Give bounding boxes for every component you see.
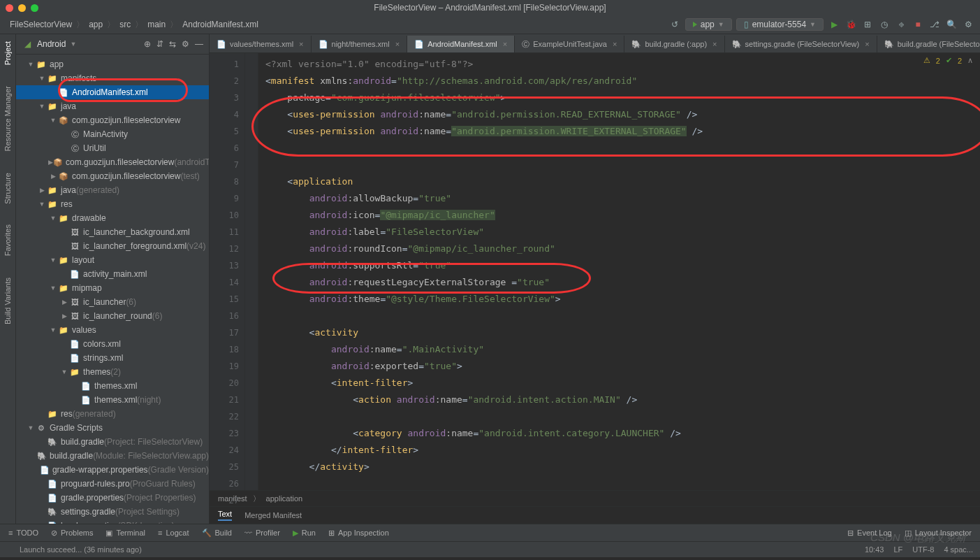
inspection-widget[interactable]: ⚠2 ✔2 ∧ — [923, 56, 973, 65]
tree-item[interactable]: 🐘settings.gradle (Project Settings) — [16, 505, 209, 519]
tree-item[interactable]: 📄strings.xml — [16, 351, 209, 365]
tree-item[interactable]: 📁java — [16, 99, 209, 113]
structure-tool-tab[interactable]: Structure — [3, 173, 12, 204]
tree-item[interactable]: 📁manifests — [16, 71, 209, 85]
resource-manager-tool-tab[interactable]: Resource Manager — [3, 86, 12, 152]
tree-item[interactable]: 📁layout — [16, 253, 209, 267]
terminal-tool[interactable]: ▣ Terminal — [105, 529, 145, 538]
sync-icon[interactable]: ↺ — [668, 18, 681, 31]
tree-item[interactable]: 📁mipmap — [16, 281, 209, 295]
line-gutter[interactable]: 1234567891011121314151617181920212223242… — [210, 53, 245, 490]
stop-button[interactable]: ■ — [912, 18, 924, 31]
favorites-tool-tab[interactable]: Favorites — [3, 224, 12, 256]
indent[interactable]: 4 spac... — [944, 545, 973, 554]
coverage-icon[interactable]: ⊞ — [861, 18, 874, 31]
todo-tool[interactable]: ≡ TODO — [8, 529, 38, 537]
close-tab-icon[interactable]: × — [865, 40, 869, 48]
tree-item[interactable]: ⚙Gradle Scripts — [16, 421, 209, 435]
profile-icon[interactable]: ◷ — [878, 18, 891, 31]
device-selector[interactable]: ▯emulator-5554▼ — [736, 18, 824, 31]
editor-tab[interactable]: 📄AndroidManifest.xml× — [407, 36, 515, 52]
line-separator[interactable]: LF — [893, 545, 902, 554]
tree-item[interactable]: 📄gradle.properties (Project Properties) — [16, 491, 209, 505]
zoom-window-icon[interactable] — [31, 4, 38, 12]
project-tool-tab[interactable]: Project — [3, 41, 12, 65]
settings-icon[interactable]: ⚙ — [182, 39, 189, 49]
search-icon[interactable]: 🔍 — [945, 18, 958, 31]
tree-item[interactable]: 📁drawable — [16, 211, 209, 225]
select-opened-icon[interactable]: ⊕ — [144, 39, 151, 49]
editor-tab[interactable]: 🐘build.gradle (:app)× — [624, 36, 724, 52]
tree-item[interactable]: ⒸUriUtil — [16, 141, 209, 155]
editor-tab[interactable]: 📄night/themes.xml× — [312, 36, 408, 52]
problems-tool[interactable]: ⊘ Problems — [51, 529, 93, 538]
crumb[interactable]: FileSelectorView — [7, 20, 75, 29]
crumb[interactable]: main — [145, 20, 168, 29]
traffic-lights[interactable] — [6, 4, 38, 12]
minimize-window-icon[interactable] — [18, 4, 26, 12]
tree-item[interactable]: 📦com.guozijun.fileselectorview (test) — [16, 169, 209, 183]
editor-tab[interactable]: 🐘build.gradle (FileSelectorView)× — [877, 36, 980, 52]
tree-item[interactable]: 📄activity_main.xml — [16, 267, 209, 281]
logcat-tool[interactable]: ≡ Logcat — [158, 529, 189, 537]
crumb[interactable]: src — [117, 20, 133, 29]
code-editor[interactable]: <?xml version="1.0" encoding="utf-8"?> <… — [258, 53, 980, 490]
close-tab-icon[interactable]: × — [299, 40, 303, 48]
tab-text[interactable]: Text — [218, 510, 232, 521]
tree-item[interactable]: 📄AndroidManifest.xml — [16, 85, 209, 99]
tree-item[interactable]: 📄gradle-wrapper.properties (Gradle Versi… — [16, 463, 209, 477]
build-variants-tool-tab[interactable]: Build Variants — [3, 278, 12, 324]
app-inspection-tool[interactable]: ⊞ App Inspection — [328, 529, 389, 538]
run-tool[interactable]: ▶ Run — [293, 529, 316, 538]
event-log-tool[interactable]: ⊟ Event Log — [847, 529, 892, 538]
tree-item[interactable]: 📁app — [16, 57, 209, 71]
run-config-selector[interactable]: app▼ — [685, 18, 732, 31]
profiler-tool[interactable]: 〰 Profiler — [244, 529, 280, 537]
tree-item[interactable]: 📦com.guozijun.fileselectorview (androidT… — [16, 155, 209, 169]
close-tab-icon[interactable]: × — [613, 40, 617, 48]
crumb[interactable]: AndroidManifest.xml — [180, 20, 261, 29]
close-tab-icon[interactable]: × — [503, 40, 507, 48]
tree-item[interactable]: 🖼ic_launcher (6) — [16, 295, 209, 309]
tree-item[interactable]: 📄proguard-rules.pro (ProGuard Rules) — [16, 477, 209, 491]
tree-item[interactable]: 🐘build.gradle (Project: FileSelectorView… — [16, 435, 209, 449]
close-window-icon[interactable] — [6, 4, 13, 12]
tree-item[interactable]: 🖼ic_launcher_round (6) — [16, 309, 209, 323]
tab-merged-manifest[interactable]: Merged Manifest — [244, 511, 302, 519]
close-tab-icon[interactable]: × — [712, 40, 717, 48]
collapse-icon[interactable]: ⇆ — [169, 39, 176, 49]
run-button[interactable]: ▶ — [828, 18, 840, 31]
build-tool[interactable]: 🔨 Build — [202, 529, 232, 538]
tree-item[interactable]: ⒸMainActivity — [16, 127, 209, 141]
tree-item[interactable]: 📄colors.xml — [16, 337, 209, 351]
tree-item[interactable]: 📁res (generated) — [16, 407, 209, 421]
tree-item[interactable]: 🖼ic_launcher_background.xml — [16, 225, 209, 239]
expand-icon[interactable]: ⇵ — [156, 39, 163, 49]
tree-item[interactable]: 📁values — [16, 323, 209, 337]
project-view-selector[interactable]: ◢ Android ▼ — [22, 38, 76, 50]
crumb[interactable]: application — [266, 494, 303, 503]
editor-tab[interactable]: 🐘settings.gradle (FileSelectorView)× — [725, 36, 877, 52]
tree-item[interactable]: 📁java (generated) — [16, 183, 209, 197]
debug-icon[interactable]: 🐞 — [844, 18, 857, 31]
tree-item[interactable]: 📄themes.xml (night) — [16, 393, 209, 407]
tree-item[interactable]: 🐘build.gradle (Module: FileSelectorView.… — [16, 449, 209, 463]
git-icon[interactable]: ⎇ — [928, 18, 941, 31]
crumb[interactable]: app — [86, 20, 105, 29]
project-tree[interactable]: 📁app📁manifests📄AndroidManifest.xml📁java📦… — [16, 55, 209, 524]
hide-icon[interactable]: — — [195, 39, 203, 49]
editor-breadcrumb[interactable]: manifest〉 application — [210, 490, 980, 506]
file-encoding[interactable]: UTF-8 — [912, 545, 934, 554]
tree-item[interactable]: 📦com.guozijun.fileselectorview — [16, 113, 209, 127]
tree-item[interactable]: 📄themes.xml — [16, 379, 209, 393]
tree-item[interactable]: 🖼ic_launcher_foreground.xml (v24) — [16, 239, 209, 253]
editor-tab[interactable]: ⒸExampleUnitTest.java× — [515, 36, 624, 52]
layout-inspector-tool[interactable]: ◫ Layout Inspector — [905, 529, 972, 538]
close-tab-icon[interactable]: × — [395, 40, 400, 48]
editor-tab[interactable]: 📄values/themes.xml× — [210, 36, 312, 52]
tree-item[interactable]: 📁res — [16, 197, 209, 211]
caret-position[interactable]: 10:43 — [865, 545, 884, 554]
attach-icon[interactable]: ⎆ — [895, 18, 907, 31]
settings-icon[interactable]: ⚙ — [962, 18, 974, 31]
tree-item[interactable]: 📁themes (2) — [16, 365, 209, 379]
